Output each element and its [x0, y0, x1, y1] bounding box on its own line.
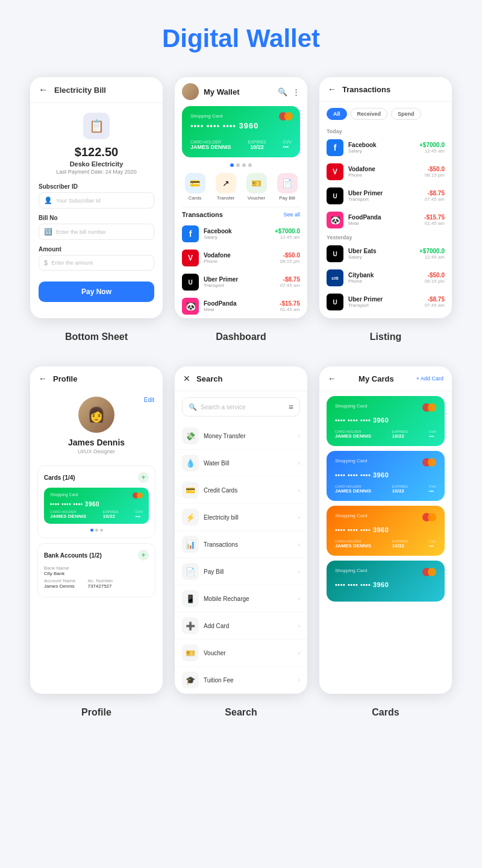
qa-paybill[interactable]: 📄 Pay Bill	[277, 173, 298, 201]
bank-name-val: City Bank	[44, 571, 69, 576]
qa-cards-label: Cards	[189, 195, 201, 201]
lst-title: Transactions	[342, 85, 390, 94]
chevron-right-icon: ›	[298, 596, 300, 602]
add-card-btn[interactable]: + Add Card	[416, 376, 443, 382]
lst-back-icon[interactable]: ←	[328, 84, 336, 94]
search-money-transfer[interactable]: 💸 Money Transfer ›	[175, 423, 307, 450]
txn-cat: Meal	[204, 307, 275, 312]
today-label: Today	[319, 126, 452, 136]
txn-cat: Salary	[204, 234, 270, 240]
mobile-recharge-icon: 📱	[182, 590, 199, 607]
ac-number-val: 737427527	[87, 583, 113, 589]
tab-received[interactable]: Received	[351, 108, 388, 120]
qa-cards[interactable]: 💳 Cards	[185, 173, 205, 201]
search-voucher[interactable]: 🎫 Voucher ›	[175, 640, 307, 667]
mini-holder-name: JAMES DENNIS	[50, 514, 86, 519]
card-holder-name: JAMES DENNIS	[190, 144, 231, 150]
tab-all[interactable]: All	[327, 108, 347, 120]
search-icon[interactable]: 🔍	[278, 87, 287, 96]
amount-placeholder: Enter the amount	[51, 260, 93, 266]
card-label: Shopping Card	[335, 458, 367, 464]
cards-section-title: Cards (1/4)	[44, 474, 75, 481]
bill-no-input[interactable]: 🔢 Enter the bill number	[39, 224, 154, 240]
bill-no-label: Bill No	[39, 215, 154, 221]
card-label: Shopping Card	[335, 513, 367, 518]
mini-card-number: •••• •••• •••• 3960	[50, 501, 143, 508]
search-transactions[interactable]: 📊 Transactions ›	[175, 531, 307, 558]
search-mobile-recharge[interactable]: 📱 Mobile Recharge ›	[175, 585, 307, 612]
mastercard-logo	[279, 112, 293, 121]
card-green: Shopping Card •••• •••• •••• 3960 CARD H…	[327, 396, 445, 446]
qa-paybill-label: Pay Bill	[279, 195, 295, 201]
txn-title: Transactions	[182, 211, 223, 218]
tab-spend[interactable]: Spend	[391, 108, 421, 120]
add-bank-btn[interactable]: +	[138, 550, 149, 561]
search-tuition[interactable]: 🎓 Tuition Fee ›	[175, 667, 307, 694]
search-pay-bill[interactable]: 📄 Pay Bill ›	[175, 558, 307, 585]
lst-uber: U Uber PrimerTransport -$8.7507:45 am	[319, 184, 452, 208]
cards-back-icon[interactable]: ←	[328, 374, 336, 383]
search-item-label: Credit Cards	[204, 487, 293, 494]
filter-icon[interactable]: ≡	[289, 402, 293, 412]
txn-time: 07:45 am	[280, 283, 300, 288]
search-water-bill[interactable]: 💧 Water Bill ›	[175, 450, 307, 477]
qa-voucher[interactable]: 🎫 Voucher	[246, 173, 267, 201]
mini-card-label: Shopping Card	[50, 492, 78, 497]
prof-back-icon[interactable]: ←	[39, 374, 47, 383]
label-bottom-sheet: Bottom Sheet	[30, 332, 163, 342]
close-icon[interactable]: ✕	[183, 374, 190, 383]
search-item-label: Pay Bill	[204, 568, 293, 575]
search-electricity[interactable]: ⚡ Electricity bill ›	[175, 504, 307, 531]
search-add-card[interactable]: ➕ Add Card ›	[175, 612, 307, 640]
label-cards: Cards	[319, 707, 452, 718]
lst-facebook: f FacebookSalary +$7000.012:45 am	[319, 136, 452, 160]
search-screen: ✕ Search 🔍 Search a service ≡ 💸 Money Tr…	[175, 366, 307, 694]
search-bar[interactable]: 🔍 Search a service ≡	[182, 397, 300, 417]
card-footer: CARD HOLDER JAMES DENNIS EXPIRES 10/22 C…	[190, 140, 292, 150]
dash-title: My Wallet	[204, 87, 278, 96]
qa-transfer[interactable]: ↗ Transfer	[216, 173, 236, 201]
prof-role: Ui/UX Designer	[78, 448, 115, 454]
amount-input[interactable]: $ Enter the amount	[39, 255, 154, 271]
card-footer: CARD HOLDERJAMES DENNIS EXPIRES10/22 CVV…	[335, 539, 436, 549]
txn-name: FoodPanda	[204, 300, 275, 307]
paybill-action-icon: 📄	[277, 173, 298, 193]
search-credit-cards[interactable]: 💳 Credit Cards ›	[175, 477, 307, 504]
label-search: Search	[175, 707, 307, 718]
label-dashboard: Dashboard	[175, 332, 307, 342]
txn-name: Uber Primer	[204, 276, 275, 283]
prof-name: James Dennis	[68, 438, 125, 447]
pay-now-button[interactable]: Pay Now	[39, 281, 154, 302]
search-header: ✕ Search	[175, 366, 307, 391]
subscriber-id-placeholder: Your Subscriber Id	[56, 198, 101, 204]
bs-last-payment: Last Payment Date: 24 May 2020	[39, 169, 154, 175]
edit-btn[interactable]: Edit	[144, 397, 154, 403]
label-listing: Listing	[319, 332, 452, 342]
mini-cvv-label: CVV	[136, 510, 143, 514]
foodpanda-icon: 🐼	[327, 212, 343, 228]
voucher-action-icon: 🎫	[246, 173, 267, 193]
card-orange: Shopping Card •••• •••• •••• 3960 CARD H…	[327, 506, 445, 556]
see-all-btn[interactable]: See all	[283, 212, 300, 218]
txn-amount: -$50.0	[280, 252, 300, 259]
search-item-label: Add Card	[204, 623, 293, 629]
amount-label: Amount	[39, 246, 154, 253]
add-card-btn[interactable]: +	[138, 472, 149, 483]
lst-citybank: citi CitybankPhone -$50.008:15 pm	[319, 266, 452, 290]
label-profile: Profile	[30, 707, 163, 718]
mastercard-logo	[422, 403, 436, 412]
subscriber-id-input[interactable]: 👤 Your Subscriber Id	[39, 192, 154, 209]
listing-screen: ← Transactions All Received Spend Today …	[319, 77, 452, 318]
cards-screen: ← My Cards + Add Card Shopping Card ••••…	[319, 366, 452, 694]
bottom-sheet-screen: ← Electricity Bill 📋 $122.50 Desko Elect…	[30, 77, 163, 318]
more-icon[interactable]: ⋮	[292, 87, 300, 96]
card-number: •••• •••• •••• 3960	[335, 581, 436, 588]
title-part2: Wallet	[246, 24, 320, 52]
transactions-icon: 📊	[182, 536, 199, 553]
uber-icon2: U	[327, 294, 343, 310]
card-holder-label: CARD HOLDER	[190, 140, 231, 144]
search-input[interactable]: Search a service	[201, 404, 285, 410]
card-label: Shopping Card	[190, 113, 292, 119]
water-bill-icon: 💧	[182, 454, 199, 471]
back-arrow-icon[interactable]: ←	[39, 84, 48, 95]
